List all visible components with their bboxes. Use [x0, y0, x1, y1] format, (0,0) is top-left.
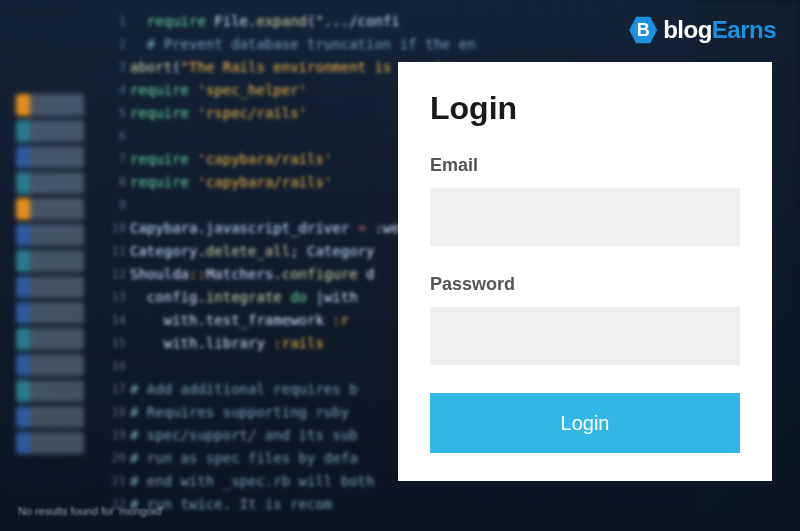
login-button[interactable]: Login [430, 393, 740, 453]
brand-hex-icon: B [629, 16, 657, 44]
password-field[interactable] [430, 307, 740, 365]
login-title: Login [430, 90, 740, 127]
footer-note: No results found for 'mongoid' [18, 505, 163, 517]
brand-text-white: blog [663, 16, 712, 43]
code-line: # Prevent database truncation if the en [130, 33, 610, 56]
brand-text: blogEarns [663, 16, 776, 44]
password-label: Password [430, 274, 740, 295]
email-field[interactable] [430, 188, 740, 246]
code-line: # run twice. It is recom [130, 493, 610, 516]
line-numbers: 12345678910111213141516171819202122 [98, 10, 126, 530]
email-label: Email [430, 155, 740, 176]
brand-text-blue: Earns [712, 16, 776, 43]
brand-logo: B blogEarns [629, 16, 776, 44]
login-card: Login Email Password Login [398, 62, 772, 481]
ide-sidebar [16, 90, 84, 510]
code-line: require File.expand(".../confi [130, 10, 610, 33]
